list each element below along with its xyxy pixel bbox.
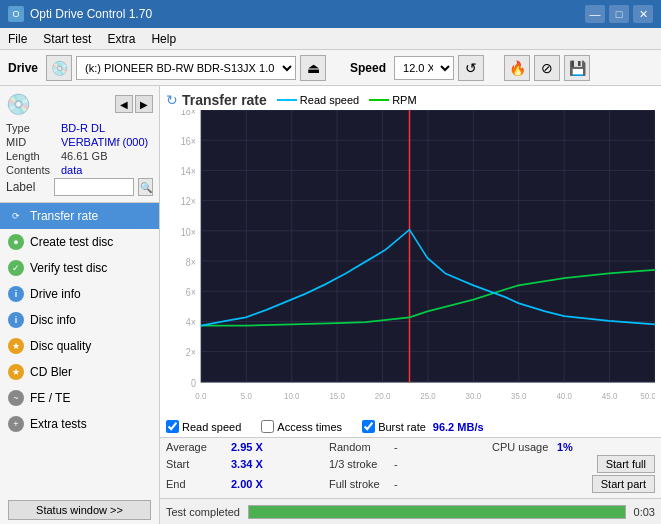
window-controls: — □ ✕ (585, 5, 653, 23)
status-window-button[interactable]: Status window >> (8, 500, 151, 520)
progress-area: Test completed 0:03 (160, 498, 661, 524)
start-full-button[interactable]: Start full (597, 455, 655, 473)
svg-text:0: 0 (191, 377, 196, 389)
legend-read-color (277, 99, 297, 101)
disc-info-icon: i (8, 312, 24, 328)
right-panel: ↻ Transfer rate Read speed RPM (160, 86, 661, 524)
nav-item-transfer-rate[interactable]: ⟳ Transfer rate (0, 203, 159, 229)
fe-te-icon: ~ (8, 390, 24, 406)
toolbar: Drive 💿 (k:) PIONEER BD-RW BDR-S13JX 1.0… (0, 50, 661, 86)
average-value: 2.95 X (231, 441, 271, 453)
nav-item-extra-tests-label: Extra tests (30, 417, 87, 431)
menu-extra[interactable]: Extra (99, 28, 143, 49)
disc-quality-icon: ★ (8, 338, 24, 354)
menu-file[interactable]: File (0, 28, 35, 49)
progress-bar-track (248, 505, 626, 519)
nav-item-disc-info[interactable]: i Disc info (0, 307, 159, 333)
sidebar: 💿 ◀ ▶ Type BD-R DL MID VERBATIMf (000) L… (0, 86, 160, 524)
cpu-usage-label: CPU usage (492, 441, 557, 453)
speed-select[interactable]: 12.0 X (394, 56, 454, 80)
svg-text:16×: 16× (181, 135, 196, 147)
svg-text:25.0: 25.0 (420, 390, 436, 401)
progress-bar-fill (249, 506, 625, 518)
nav-item-drive-info-label: Drive info (30, 287, 81, 301)
average-label: Average (166, 441, 231, 453)
app-icon: O (8, 6, 24, 22)
menu-start-test[interactable]: Start test (35, 28, 99, 49)
svg-text:12×: 12× (181, 196, 196, 208)
close-button[interactable]: ✕ (633, 5, 653, 23)
one-third-label: 1/3 stroke (329, 458, 394, 470)
end-value: 2.00 X (231, 478, 271, 490)
disc-contents-label: Contents (6, 164, 61, 176)
nav-item-drive-info[interactable]: i Drive info (0, 281, 159, 307)
chart-legend: Read speed RPM (277, 94, 417, 106)
drive-select[interactable]: (k:) PIONEER BD-RW BDR-S13JX 1.01 (76, 56, 296, 80)
extra-tests-icon: + (8, 416, 24, 432)
read-speed-checkbox-label: Read speed (182, 421, 241, 433)
nav-item-disc-quality[interactable]: ★ Disc quality (0, 333, 159, 359)
svg-text:18×: 18× (181, 110, 196, 117)
menu-help[interactable]: Help (143, 28, 184, 49)
chart-title: Transfer rate (182, 92, 267, 108)
transfer-rate-icon: ⟳ (8, 208, 24, 224)
chart-container: ↻ Transfer rate Read speed RPM (160, 86, 661, 437)
erase-button[interactable]: ⊘ (534, 55, 560, 81)
svg-text:14×: 14× (181, 165, 196, 177)
start-part-button[interactable]: Start part (592, 475, 655, 493)
svg-text:50.0 GB: 50.0 GB (640, 390, 655, 401)
disc-prev-button[interactable]: ◀ (115, 95, 133, 113)
nav-item-disc-quality-label: Disc quality (30, 339, 91, 353)
nav-item-verify-test-disc-label: Verify test disc (30, 261, 107, 275)
refresh-button[interactable]: ↺ (458, 55, 484, 81)
drive-label: Drive (4, 61, 42, 75)
read-speed-checkbox[interactable] (166, 420, 179, 433)
nav-item-fe-te[interactable]: ~ FE / TE (0, 385, 159, 411)
nav-menu: ⟳ Transfer rate ● Create test disc ✓ Ver… (0, 203, 159, 496)
nav-item-cd-bler[interactable]: ★ CD Bler (0, 359, 159, 385)
random-value: - (394, 441, 434, 453)
access-times-checkbox-label: Access times (277, 421, 342, 433)
disc-mid-label: MID (6, 136, 61, 148)
svg-text:2×: 2× (186, 347, 196, 359)
drive-icon: 💿 (46, 55, 72, 81)
svg-text:6×: 6× (186, 286, 196, 298)
create-test-disc-icon: ● (8, 234, 24, 250)
burn-button[interactable]: 🔥 (504, 55, 530, 81)
nav-item-create-test-disc[interactable]: ● Create test disc (0, 229, 159, 255)
progress-time: 0:03 (634, 506, 655, 518)
full-stroke-label: Full stroke (329, 478, 394, 490)
minimize-button[interactable]: — (585, 5, 605, 23)
disc-image-icon: 💿 (6, 92, 31, 116)
svg-text:4×: 4× (186, 316, 196, 328)
access-times-checkbox[interactable] (261, 420, 274, 433)
progress-status-label: Test completed (166, 506, 240, 518)
save-button[interactable]: 💾 (564, 55, 590, 81)
drive-info-icon: i (8, 286, 24, 302)
disc-mid-value: VERBATIMf (000) (61, 136, 153, 148)
legend-rpm-color (369, 99, 389, 101)
burst-rate-checkbox[interactable] (362, 420, 375, 433)
stats-section: Average 2.95 X Random - CPU usage 1% Sta… (160, 437, 661, 498)
disc-label-icon-button[interactable]: 🔍 (138, 178, 153, 196)
main-content: 💿 ◀ ▶ Type BD-R DL MID VERBATIMf (000) L… (0, 86, 661, 524)
disc-type-value: BD-R DL (61, 122, 153, 134)
nav-item-create-test-disc-label: Create test disc (30, 235, 113, 249)
svg-text:45.0: 45.0 (602, 390, 618, 401)
svg-text:20.0: 20.0 (375, 390, 391, 401)
chart-checkboxes: Read speed Access times Burst rate 96.2 … (166, 418, 655, 435)
disc-next-button[interactable]: ▶ (135, 95, 153, 113)
nav-item-transfer-rate-label: Transfer rate (30, 209, 98, 223)
menu-bar: File Start test Extra Help (0, 28, 661, 50)
nav-item-extra-tests[interactable]: + Extra tests (0, 411, 159, 437)
svg-text:0.0: 0.0 (195, 390, 206, 401)
app-title: Opti Drive Control 1.70 (30, 7, 152, 21)
legend-rpm-label: RPM (392, 94, 416, 106)
cd-bler-icon: ★ (8, 364, 24, 380)
maximize-button[interactable]: □ (609, 5, 629, 23)
eject-button[interactable]: ⏏ (300, 55, 326, 81)
disc-label-input[interactable] (54, 178, 134, 196)
start-value: 3.34 X (231, 458, 271, 470)
svg-text:35.0: 35.0 (511, 390, 527, 401)
nav-item-verify-test-disc[interactable]: ✓ Verify test disc (0, 255, 159, 281)
